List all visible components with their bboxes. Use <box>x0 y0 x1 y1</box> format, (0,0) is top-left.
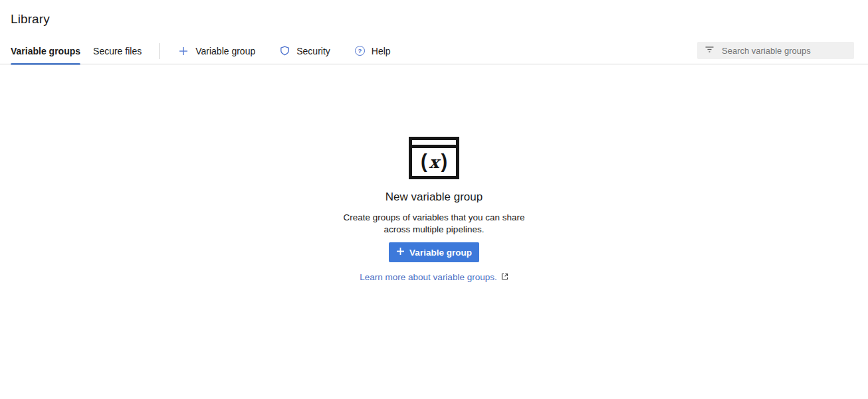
plus-icon <box>178 46 189 56</box>
security-label: Security <box>296 46 330 56</box>
tab-secure-files-label: Secure files <box>93 46 142 56</box>
security-command[interactable]: Security <box>280 46 330 56</box>
external-link-icon <box>501 272 508 282</box>
page-title: Library <box>11 12 50 27</box>
tab-secure-files[interactable]: Secure files <box>93 37 142 64</box>
empty-state-description: Create groups of variables that you can … <box>0 212 868 235</box>
empty-state: ( x ) New variable group Create groups o… <box>0 137 868 283</box>
window-body: ( x ) <box>412 148 456 176</box>
filter-icon <box>705 44 714 56</box>
search-box[interactable] <box>697 42 854 59</box>
tab-variable-groups-label: Variable groups <box>11 46 80 56</box>
variable-group-button[interactable]: Variable group <box>389 242 479 262</box>
description-line-2: across multiple pipelines. <box>0 224 868 236</box>
variable-group-window-icon: ( x ) <box>409 137 459 179</box>
add-variable-group-label: Variable group <box>195 46 255 56</box>
empty-state-title: New variable group <box>0 191 868 204</box>
tabbar-bottom-border <box>0 64 868 64</box>
window-titlebar <box>412 140 456 148</box>
close-paren-glyph: ) <box>441 152 447 171</box>
description-line-1: Create groups of variables that you can … <box>0 212 868 224</box>
variable-x-glyph: x <box>429 154 439 171</box>
learn-more-link-label: Learn more about variable groups. <box>360 272 496 282</box>
learn-more-link[interactable]: Learn more about variable groups. <box>360 272 508 282</box>
plus-icon <box>396 247 405 258</box>
add-variable-group-command[interactable]: Variable group <box>178 46 255 56</box>
tabbar-divider <box>160 43 160 59</box>
help-command[interactable]: ? Help <box>355 46 391 56</box>
open-paren-glyph: ( <box>421 152 427 171</box>
help-icon-glyph: ? <box>358 48 362 54</box>
help-icon: ? <box>355 46 365 56</box>
variable-group-button-label: Variable group <box>409 248 472 258</box>
help-label: Help <box>372 46 391 56</box>
tab-variable-groups[interactable]: Variable groups <box>11 37 80 64</box>
shield-icon <box>280 46 290 56</box>
search-input[interactable] <box>722 46 849 56</box>
